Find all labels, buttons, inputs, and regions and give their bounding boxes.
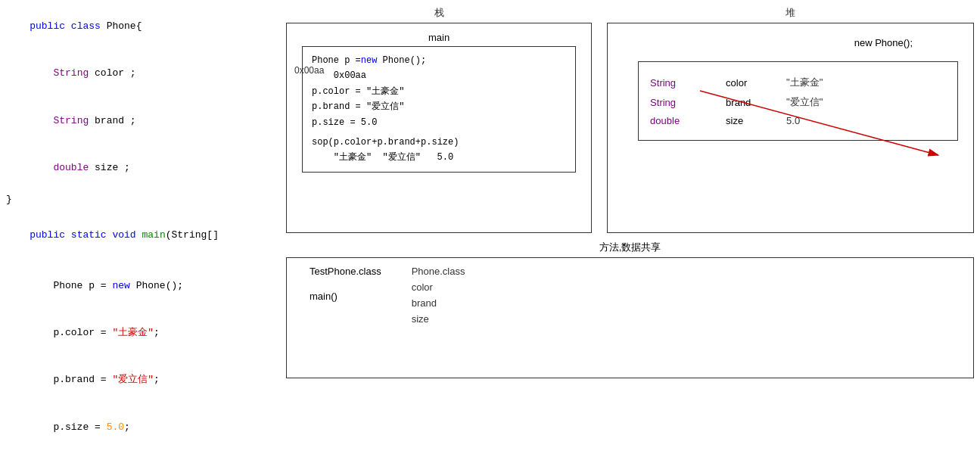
code-line-5: } <box>6 192 274 208</box>
method-col-left: TestPhone.class main() <box>310 266 381 325</box>
heap-row-size: double size 5.0 <box>650 115 946 126</box>
main-frame-label: main <box>428 32 450 43</box>
heap-section: 堆 new Phone(); String color "土豪金" String <box>607 6 974 233</box>
main-content: Phone p =new Phone(); 0x00aa p.color = "… <box>312 53 566 166</box>
heap-inner: String color "土豪金" String brand "爱立信" do… <box>638 61 958 141</box>
code-line-9: p.brand = "爱立信"; <box>6 357 274 404</box>
main-frame: main Phone p =new Phone(); 0x00aa p.colo… <box>302 46 576 173</box>
code-line-3: String brand ; <box>6 98 274 145</box>
method-content: TestPhone.class main() Phone.class color… <box>287 258 973 332</box>
method-section: 方法,数据共享 TestPhone.class main() Phone.cla… <box>286 241 974 378</box>
method-main: main() <box>310 291 381 302</box>
diagram-top-row: 栈 0x00aa main Phone p =new Phone(); 0x00… <box>286 6 974 233</box>
method-brand: brand <box>412 297 465 309</box>
code-line-8: p.color = "土豪金"; <box>6 309 274 356</box>
stack-box: 0x00aa main Phone p =new Phone(); 0x00aa… <box>286 23 592 233</box>
code-line-1: public class Phone{ <box>6 3 274 50</box>
method-size: size <box>412 313 465 325</box>
method-col-right: Phone.class color brand size <box>412 266 465 325</box>
code-line-6: public static void main(String[] <box>6 212 274 259</box>
diagram-panel: 栈 0x00aa main Phone p =new Phone(); 0x00… <box>280 0 980 454</box>
method-title: 方法,数据共享 <box>286 241 974 254</box>
heap-row-brand: String brand "爱立信" <box>650 95 946 109</box>
code-panel: public class Phone{ String color ; Strin… <box>0 0 280 454</box>
heap-row-color: String color "土豪金" <box>650 76 946 89</box>
method-box: TestPhone.class main() Phone.class color… <box>286 257 974 378</box>
method-testphone: TestPhone.class <box>310 266 381 277</box>
code-line-4: double size ; <box>6 145 274 191</box>
code-line-7: Phone p = new Phone(); <box>6 263 274 309</box>
heap-new-label: new Phone(); <box>854 37 913 48</box>
code-line-10: p.size = 5.0; <box>6 404 274 451</box>
heap-box: new Phone(); String color "土豪金" String b… <box>607 23 974 233</box>
stack-title: 栈 <box>286 6 592 20</box>
method-phone-class: Phone.class <box>412 266 465 277</box>
stack-section: 栈 0x00aa main Phone p =new Phone(); 0x00… <box>286 6 592 233</box>
heap-title: 堆 <box>607 6 974 20</box>
code-line-2: String color ; <box>6 50 274 97</box>
method-color: color <box>412 281 465 293</box>
